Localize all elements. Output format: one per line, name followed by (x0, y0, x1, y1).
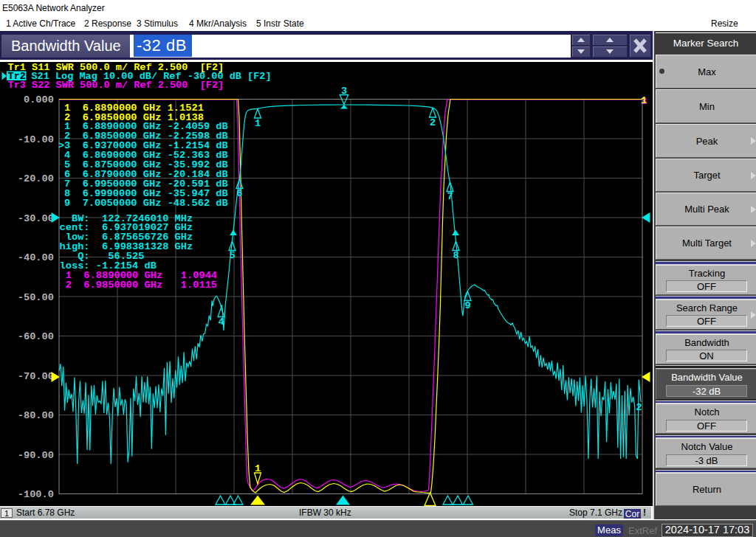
svg-text:6: 6 (236, 188, 242, 199)
svg-text:8: 8 (453, 250, 458, 261)
svg-text:-70.00: -70.00 (18, 371, 54, 382)
svg-text:5: 5 (229, 250, 235, 261)
svg-text:0.000: 0.000 (24, 94, 54, 105)
svg-text:-10.00: -10.00 (18, 134, 54, 145)
svg-text:2: 2 (636, 402, 642, 413)
svg-text:-80.00: -80.00 (18, 410, 54, 421)
svg-text:2 6.9850000 GHz 1.0115: 2 6.9850000 GHz 1.0115 (60, 280, 218, 291)
svg-text:-20.00: -20.00 (18, 173, 54, 184)
svg-text:-30.00: -30.00 (18, 213, 54, 224)
svg-text:4: 4 (218, 316, 224, 328)
svg-text:7: 7 (447, 191, 453, 202)
svg-text:-90.00: -90.00 (18, 450, 54, 461)
svg-text:-50.00: -50.00 (18, 292, 54, 303)
svg-text:-100.0: -100.0 (18, 489, 54, 500)
svg-text:1: 1 (255, 118, 261, 129)
svg-text:-40.00: -40.00 (18, 252, 54, 263)
svg-text:1: 1 (641, 95, 647, 106)
svg-text:-60.00: -60.00 (18, 331, 54, 342)
svg-text:2: 2 (430, 117, 436, 128)
svg-text:9: 9 (464, 300, 470, 311)
svg-text:9 7.0050000 GHz -48.562 dB: 9 7.0050000 GHz -48.562 dB (64, 198, 228, 209)
svg-text:Tr3 S22 SWR 500.0 m/ Ref 2.500: Tr3 S22 SWR 500.0 m/ Ref 2.500 [F2] (8, 80, 224, 91)
svg-text:>: > (58, 140, 64, 151)
